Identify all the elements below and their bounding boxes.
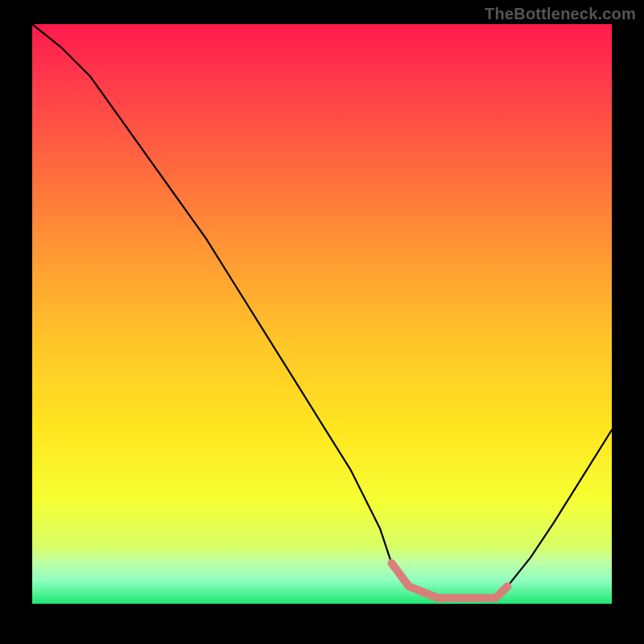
gradient-background [32, 24, 612, 604]
chart-frame: TheBottleneck.com [0, 0, 644, 644]
watermark-label: TheBottleneck.com [485, 5, 636, 23]
chart-svg [32, 24, 612, 604]
plot-area [32, 24, 612, 604]
